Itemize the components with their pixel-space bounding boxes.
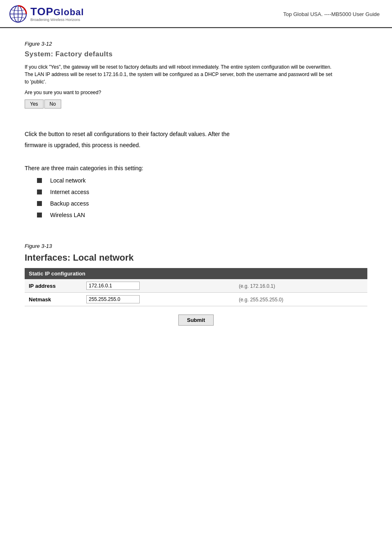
- category-item-label: Wireless LAN: [50, 212, 85, 218]
- proceed-question: Are you sure you want to proceed?: [25, 90, 367, 95]
- globe-icon: [8, 4, 28, 24]
- category-item-label: Local network: [50, 177, 85, 184]
- category-item-label: Internet access: [50, 189, 89, 195]
- categories-intro: There are three main categories in this …: [25, 165, 367, 171]
- netmask-example: (e.g. 255.255.255.0): [231, 293, 367, 306]
- bullet-icon: [37, 178, 42, 183]
- page-header: TOPGlobal Broadening Wireless Horizons T…: [0, 0, 392, 28]
- bullet-icon: [37, 190, 42, 194]
- logo-tagline: Broadening Wireless Horizons: [30, 18, 84, 22]
- ip-address-label: IP address: [25, 279, 82, 293]
- netmask-cell: [82, 293, 231, 306]
- ip-address-cell: [82, 279, 231, 293]
- logo-text: TOPGlobal: [30, 6, 84, 17]
- bullet-icon: [37, 201, 42, 206]
- figure-3-13-label: Figure 3-13: [25, 243, 367, 249]
- submit-area: Submit: [25, 314, 367, 326]
- list-item: Internet access: [37, 189, 367, 195]
- header-title: Top Global USA. ----MB5000 User Guide: [283, 11, 380, 17]
- interfaces-title: Interfaces: Local network: [25, 252, 367, 263]
- factory-defaults-title: System: Factory defaults: [25, 50, 367, 58]
- list-item: Local network: [37, 177, 367, 184]
- main-content: Figure 3-12 System: Factory defaults If …: [0, 28, 392, 342]
- list-item: Backup access: [37, 200, 367, 207]
- list-item: Wireless LAN: [37, 212, 367, 218]
- table-row: IP address (e.g. 172.16.0.1): [25, 279, 367, 293]
- logo-area: TOPGlobal Broadening Wireless Horizons: [8, 4, 84, 24]
- ip-address-input[interactable]: [86, 282, 140, 290]
- category-item-label: Backup access: [50, 200, 89, 207]
- firmware-text: firmware is upgraded, this process is ne…: [25, 142, 367, 148]
- submit-button[interactable]: Submit: [178, 314, 214, 326]
- local-network-table: Static IP configuration IP address (e.g.…: [25, 268, 367, 306]
- table-row: Netmask (e.g. 255.255.255.0): [25, 293, 367, 306]
- bullet-icon: [37, 213, 42, 217]
- category-list: Local network Internet access Backup acc…: [25, 177, 367, 218]
- no-button[interactable]: No: [44, 99, 61, 109]
- figure-3-12-label: Figure 3-12: [25, 41, 367, 47]
- factory-warning-text: If you click "Yes", the gateway will be …: [25, 63, 333, 86]
- logo-global: Global: [53, 7, 84, 17]
- table-header-row: Static IP configuration: [25, 268, 367, 279]
- logo-top: TOP: [30, 5, 53, 18]
- netmask-label: Netmask: [25, 293, 82, 306]
- table-header-cell: Static IP configuration: [25, 268, 367, 279]
- netmask-input[interactable]: [86, 295, 140, 303]
- factory-buttons: Yes No: [25, 99, 367, 109]
- ip-address-example: (e.g. 172.16.0.1): [231, 279, 367, 293]
- yes-button[interactable]: Yes: [25, 99, 44, 109]
- click-instruction: Click the button to reset all configurat…: [25, 129, 367, 139]
